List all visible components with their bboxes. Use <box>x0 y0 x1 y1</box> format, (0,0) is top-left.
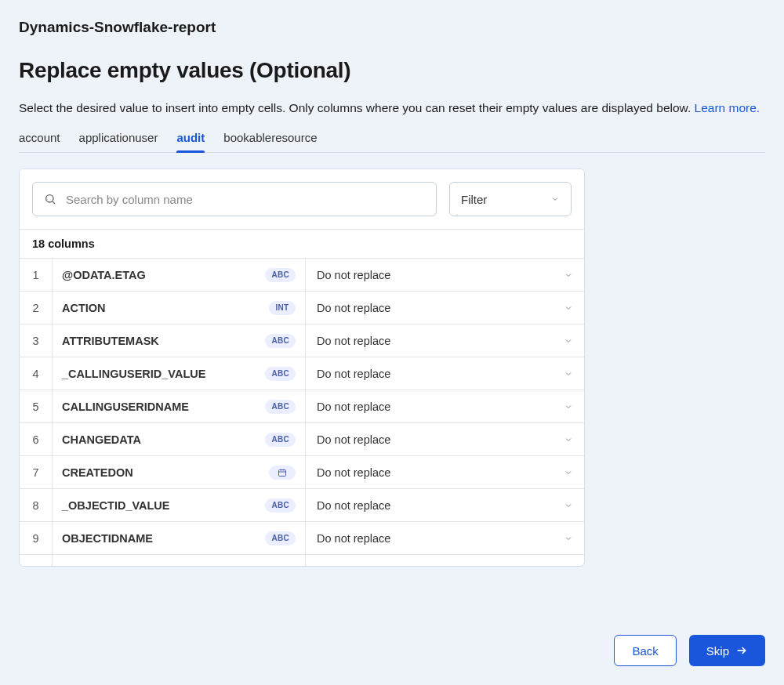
type-badge-abc: ABC <box>265 367 296 381</box>
tab-applicationuser[interactable]: applicationuser <box>79 128 158 152</box>
table-row: 3 ATTRIBUTEMASK ABC Do not replace <box>20 324 584 357</box>
chevron-down-icon <box>550 194 560 204</box>
panel-controls: Filter <box>20 169 584 229</box>
column-name: @ODATA.ETAG <box>62 269 146 281</box>
row-index: 7 <box>20 456 53 488</box>
column-name: _OBJECTID_VALUE <box>62 499 170 512</box>
row-index: 4 <box>20 357 53 390</box>
replace-select[interactable]: Do not replace <box>306 324 584 357</box>
column-name-cell: CREATEDON <box>53 456 306 488</box>
columns-panel: Filter 18 columns 1 @ODATA.ETAG ABC Do n… <box>19 169 585 567</box>
replace-select[interactable]: Do not replace <box>306 456 584 488</box>
column-name: ACTION <box>62 302 106 314</box>
replace-value: Do not replace <box>317 466 390 479</box>
filter-label: Filter <box>461 193 487 206</box>
column-name-cell: ATTRIBUTEMASK ABC <box>53 324 306 357</box>
column-name-cell: ACTION INT <box>53 292 306 324</box>
footer-actions: Back Skip <box>614 635 765 666</box>
column-name-cell: _CALLINGUSERID_VALUE ABC <box>53 357 306 390</box>
table-row: 4 _CALLINGUSERID_VALUE ABC Do not replac… <box>20 357 584 390</box>
replace-value: Do not replace <box>317 335 390 347</box>
replace-value: Do not replace <box>317 368 390 380</box>
column-name-cell: CHANGEDATA ABC <box>53 423 306 455</box>
column-name-cell: CALLINGUSERIDNAME ABC <box>53 390 306 422</box>
tab-bookableresource[interactable]: bookableresource <box>223 128 317 152</box>
column-name-cell <box>53 555 306 566</box>
column-name: OBJECTIDNAME <box>62 532 153 545</box>
chevron-down-icon <box>564 435 573 444</box>
svg-point-0 <box>46 195 53 202</box>
column-name: ATTRIBUTEMASK <box>62 335 159 347</box>
arrow-right-icon <box>735 644 748 657</box>
breadcrumb: Dynamics-Snowflake-report <box>19 19 765 36</box>
replace-value: Do not replace <box>317 499 390 512</box>
type-badge-abc: ABC <box>265 531 296 545</box>
replace-value: Do not replace <box>317 302 390 314</box>
replace-select[interactable] <box>306 555 584 566</box>
chevron-down-icon <box>564 402 573 411</box>
svg-rect-2 <box>279 469 286 476</box>
back-button[interactable]: Back <box>614 635 676 666</box>
chevron-down-icon <box>564 534 573 543</box>
replace-select[interactable]: Do not replace <box>306 259 584 291</box>
row-index <box>20 555 53 566</box>
column-name-cell: OBJECTIDNAME ABC <box>53 522 306 554</box>
table-row-partial <box>20 555 584 566</box>
table-row: 1 @ODATA.ETAG ABC Do not replace <box>20 259 584 292</box>
table-row: 5 CALLINGUSERIDNAME ABC Do not replace <box>20 390 584 423</box>
subtitle-text: Select the desired value to insert into … <box>19 101 695 114</box>
replace-select[interactable]: Do not replace <box>306 292 584 324</box>
filter-select[interactable]: Filter <box>449 182 572 216</box>
row-index: 3 <box>20 324 53 357</box>
search-input[interactable] <box>66 193 425 206</box>
row-index: 1 <box>20 259 53 291</box>
skip-button[interactable]: Skip <box>689 635 765 666</box>
replace-select[interactable]: Do not replace <box>306 357 584 390</box>
learn-more-link[interactable]: Learn more. <box>695 101 760 114</box>
tab-audit[interactable]: audit <box>176 128 205 152</box>
type-badge-date <box>269 466 296 480</box>
table-row: 7 CREATEDON Do not replace <box>20 456 584 489</box>
replace-value: Do not replace <box>317 269 390 281</box>
svg-line-1 <box>53 201 55 204</box>
table-row: 2 ACTION INT Do not replace <box>20 292 584 324</box>
tab-account[interactable]: account <box>19 128 60 152</box>
replace-value: Do not replace <box>317 433 390 446</box>
column-name-cell: _OBJECTID_VALUE ABC <box>53 489 306 521</box>
replace-select[interactable]: Do not replace <box>306 522 584 554</box>
row-index: 8 <box>20 489 53 521</box>
column-name-cell: @ODATA.ETAG ABC <box>53 259 306 291</box>
columns-table: 1 @ODATA.ETAG ABC Do not replace 2 ACTIO… <box>20 259 584 566</box>
chevron-down-icon <box>564 501 573 510</box>
type-badge-int: INT <box>269 301 296 315</box>
row-index: 6 <box>20 423 53 455</box>
column-name: CHANGEDATA <box>62 433 141 446</box>
replace-select[interactable]: Do not replace <box>306 489 584 521</box>
type-badge-abc: ABC <box>265 268 296 282</box>
replace-select[interactable]: Do not replace <box>306 390 584 422</box>
row-index: 9 <box>20 522 53 554</box>
replace-value: Do not replace <box>317 400 390 413</box>
table-row: 6 CHANGEDATA ABC Do not replace <box>20 423 584 456</box>
column-count: 18 columns <box>20 229 584 259</box>
calendar-icon <box>278 468 287 477</box>
search-box[interactable] <box>32 182 437 216</box>
chevron-down-icon <box>564 270 573 280</box>
type-badge-abc: ABC <box>265 498 296 513</box>
tabs: account applicationuser audit bookablere… <box>19 128 765 153</box>
type-badge-abc: ABC <box>265 400 296 414</box>
type-badge-abc: ABC <box>265 433 296 447</box>
search-icon <box>44 193 56 205</box>
chevron-down-icon <box>564 369 573 379</box>
page-subtitle: Select the desired value to insert into … <box>19 99 765 117</box>
row-index: 2 <box>20 292 53 324</box>
replace-select[interactable]: Do not replace <box>306 423 584 455</box>
chevron-down-icon <box>564 336 573 346</box>
column-name: _CALLINGUSERID_VALUE <box>62 368 205 380</box>
page-title: Replace empty values (Optional) <box>19 58 765 83</box>
chevron-down-icon <box>564 468 573 477</box>
column-name: CREATEDON <box>62 466 133 479</box>
row-index: 5 <box>20 390 53 422</box>
skip-label: Skip <box>706 644 729 658</box>
chevron-down-icon <box>564 303 573 313</box>
